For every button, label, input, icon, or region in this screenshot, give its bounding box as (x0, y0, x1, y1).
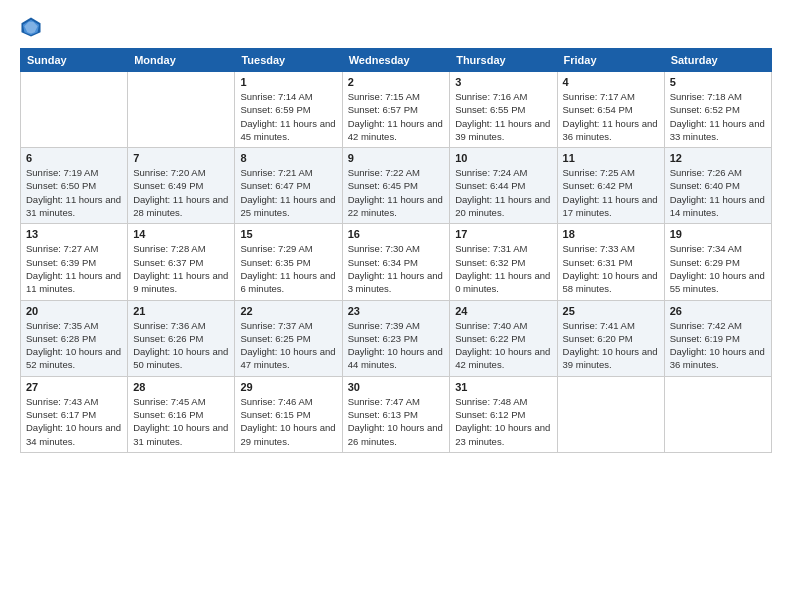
calendar-week-row: 13Sunrise: 7:27 AMSunset: 6:39 PMDayligh… (21, 224, 772, 300)
sunrise-text: Sunrise: 7:39 AM (348, 319, 445, 332)
sunset-text: Sunset: 6:19 PM (670, 332, 766, 345)
sunset-text: Sunset: 6:17 PM (26, 408, 122, 421)
daylight-text: Daylight: 11 hours and 22 minutes. (348, 193, 445, 220)
day-detail: Sunrise: 7:15 AMSunset: 6:57 PMDaylight:… (348, 90, 445, 143)
sunset-text: Sunset: 6:26 PM (133, 332, 229, 345)
weekday-header: Tuesday (235, 49, 342, 72)
day-number: 9 (348, 152, 445, 164)
calendar-cell: 3Sunrise: 7:16 AMSunset: 6:55 PMDaylight… (450, 72, 557, 148)
day-detail: Sunrise: 7:26 AMSunset: 6:40 PMDaylight:… (670, 166, 766, 219)
day-detail: Sunrise: 7:18 AMSunset: 6:52 PMDaylight:… (670, 90, 766, 143)
logo (20, 16, 46, 38)
sunrise-text: Sunrise: 7:28 AM (133, 242, 229, 255)
sunrise-text: Sunrise: 7:45 AM (133, 395, 229, 408)
sunrise-text: Sunrise: 7:34 AM (670, 242, 766, 255)
day-detail: Sunrise: 7:24 AMSunset: 6:44 PMDaylight:… (455, 166, 551, 219)
daylight-text: Daylight: 11 hours and 39 minutes. (455, 117, 551, 144)
day-detail: Sunrise: 7:36 AMSunset: 6:26 PMDaylight:… (133, 319, 229, 372)
day-detail: Sunrise: 7:20 AMSunset: 6:49 PMDaylight:… (133, 166, 229, 219)
sunrise-text: Sunrise: 7:27 AM (26, 242, 122, 255)
daylight-text: Daylight: 11 hours and 17 minutes. (563, 193, 659, 220)
sunset-text: Sunset: 6:52 PM (670, 103, 766, 116)
daylight-text: Daylight: 10 hours and 55 minutes. (670, 269, 766, 296)
day-number: 31 (455, 381, 551, 393)
daylight-text: Daylight: 10 hours and 52 minutes. (26, 345, 122, 372)
day-number: 6 (26, 152, 122, 164)
sunrise-text: Sunrise: 7:46 AM (240, 395, 336, 408)
weekday-header: Saturday (664, 49, 771, 72)
day-detail: Sunrise: 7:39 AMSunset: 6:23 PMDaylight:… (348, 319, 445, 372)
day-number: 13 (26, 228, 122, 240)
sunset-text: Sunset: 6:55 PM (455, 103, 551, 116)
daylight-text: Daylight: 11 hours and 25 minutes. (240, 193, 336, 220)
calendar-cell: 12Sunrise: 7:26 AMSunset: 6:40 PMDayligh… (664, 148, 771, 224)
daylight-text: Daylight: 11 hours and 28 minutes. (133, 193, 229, 220)
calendar-cell: 28Sunrise: 7:45 AMSunset: 6:16 PMDayligh… (128, 376, 235, 452)
sunrise-text: Sunrise: 7:31 AM (455, 242, 551, 255)
sunrise-text: Sunrise: 7:43 AM (26, 395, 122, 408)
calendar-cell: 22Sunrise: 7:37 AMSunset: 6:25 PMDayligh… (235, 300, 342, 376)
day-number: 5 (670, 76, 766, 88)
sunrise-text: Sunrise: 7:15 AM (348, 90, 445, 103)
sunset-text: Sunset: 6:29 PM (670, 256, 766, 269)
day-number: 20 (26, 305, 122, 317)
calendar-week-row: 6Sunrise: 7:19 AMSunset: 6:50 PMDaylight… (21, 148, 772, 224)
weekday-header: Thursday (450, 49, 557, 72)
day-detail: Sunrise: 7:34 AMSunset: 6:29 PMDaylight:… (670, 242, 766, 295)
weekday-header: Monday (128, 49, 235, 72)
daylight-text: Daylight: 11 hours and 6 minutes. (240, 269, 336, 296)
logo-icon (20, 16, 42, 38)
sunrise-text: Sunrise: 7:37 AM (240, 319, 336, 332)
calendar-cell: 5Sunrise: 7:18 AMSunset: 6:52 PMDaylight… (664, 72, 771, 148)
day-detail: Sunrise: 7:47 AMSunset: 6:13 PMDaylight:… (348, 395, 445, 448)
weekday-header: Friday (557, 49, 664, 72)
calendar-cell: 1Sunrise: 7:14 AMSunset: 6:59 PMDaylight… (235, 72, 342, 148)
sunrise-text: Sunrise: 7:17 AM (563, 90, 659, 103)
sunset-text: Sunset: 6:32 PM (455, 256, 551, 269)
day-number: 26 (670, 305, 766, 317)
calendar-cell (21, 72, 128, 148)
day-number: 7 (133, 152, 229, 164)
sunset-text: Sunset: 6:49 PM (133, 179, 229, 192)
day-detail: Sunrise: 7:19 AMSunset: 6:50 PMDaylight:… (26, 166, 122, 219)
sunrise-text: Sunrise: 7:29 AM (240, 242, 336, 255)
calendar-cell: 10Sunrise: 7:24 AMSunset: 6:44 PMDayligh… (450, 148, 557, 224)
day-detail: Sunrise: 7:43 AMSunset: 6:17 PMDaylight:… (26, 395, 122, 448)
daylight-text: Daylight: 10 hours and 26 minutes. (348, 421, 445, 448)
calendar-cell: 30Sunrise: 7:47 AMSunset: 6:13 PMDayligh… (342, 376, 450, 452)
calendar-week-row: 1Sunrise: 7:14 AMSunset: 6:59 PMDaylight… (21, 72, 772, 148)
calendar-cell: 31Sunrise: 7:48 AMSunset: 6:12 PMDayligh… (450, 376, 557, 452)
daylight-text: Daylight: 10 hours and 47 minutes. (240, 345, 336, 372)
day-number: 2 (348, 76, 445, 88)
sunrise-text: Sunrise: 7:22 AM (348, 166, 445, 179)
day-detail: Sunrise: 7:33 AMSunset: 6:31 PMDaylight:… (563, 242, 659, 295)
daylight-text: Daylight: 11 hours and 31 minutes. (26, 193, 122, 220)
sunrise-text: Sunrise: 7:47 AM (348, 395, 445, 408)
day-detail: Sunrise: 7:17 AMSunset: 6:54 PMDaylight:… (563, 90, 659, 143)
sunrise-text: Sunrise: 7:25 AM (563, 166, 659, 179)
day-number: 14 (133, 228, 229, 240)
daylight-text: Daylight: 11 hours and 3 minutes. (348, 269, 445, 296)
day-number: 30 (348, 381, 445, 393)
calendar-header-row: SundayMondayTuesdayWednesdayThursdayFrid… (21, 49, 772, 72)
sunrise-text: Sunrise: 7:40 AM (455, 319, 551, 332)
daylight-text: Daylight: 10 hours and 23 minutes. (455, 421, 551, 448)
daylight-text: Daylight: 11 hours and 45 minutes. (240, 117, 336, 144)
day-detail: Sunrise: 7:28 AMSunset: 6:37 PMDaylight:… (133, 242, 229, 295)
daylight-text: Daylight: 11 hours and 20 minutes. (455, 193, 551, 220)
calendar-cell: 6Sunrise: 7:19 AMSunset: 6:50 PMDaylight… (21, 148, 128, 224)
sunset-text: Sunset: 6:44 PM (455, 179, 551, 192)
sunrise-text: Sunrise: 7:33 AM (563, 242, 659, 255)
day-number: 25 (563, 305, 659, 317)
day-number: 18 (563, 228, 659, 240)
daylight-text: Daylight: 10 hours and 58 minutes. (563, 269, 659, 296)
day-detail: Sunrise: 7:14 AMSunset: 6:59 PMDaylight:… (240, 90, 336, 143)
day-detail: Sunrise: 7:22 AMSunset: 6:45 PMDaylight:… (348, 166, 445, 219)
daylight-text: Daylight: 11 hours and 36 minutes. (563, 117, 659, 144)
day-number: 21 (133, 305, 229, 317)
daylight-text: Daylight: 11 hours and 11 minutes. (26, 269, 122, 296)
daylight-text: Daylight: 10 hours and 39 minutes. (563, 345, 659, 372)
calendar-cell: 8Sunrise: 7:21 AMSunset: 6:47 PMDaylight… (235, 148, 342, 224)
calendar-cell: 20Sunrise: 7:35 AMSunset: 6:28 PMDayligh… (21, 300, 128, 376)
calendar-cell: 18Sunrise: 7:33 AMSunset: 6:31 PMDayligh… (557, 224, 664, 300)
